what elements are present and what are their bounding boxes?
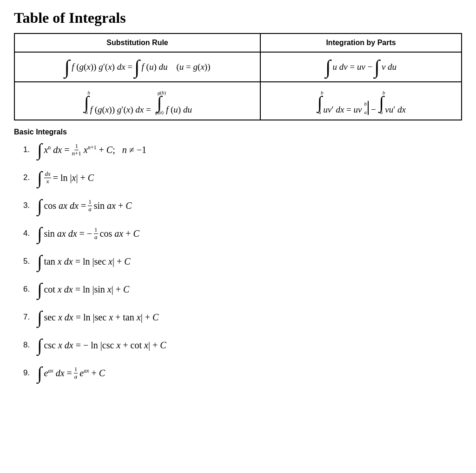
list-item-5: 5. ∫ tan x dx = ln |sec x| + C (23, 253, 462, 270)
integral-1: ∫ (37, 141, 42, 159)
integral-sign-3: ∫ (325, 57, 331, 77)
integral-4: ∫ (37, 225, 42, 242)
col2-header: Integration by Parts (260, 33, 462, 52)
integral-list: 1. ∫ xn dx = 1 n+1 xn+1 + C; n ≠ −1 2. ∫… (14, 141, 462, 382)
integral-sign-5: ∫ (84, 93, 89, 111)
col1-header: Substitution Rule (14, 33, 260, 52)
table-row2-col2: b ∫ a uv′ dx = uv b a − b ∫ a (260, 82, 462, 120)
integral-5: ∫ (37, 253, 42, 270)
integral-7: ∫ (37, 308, 42, 326)
integral-sign-4: ∫ (374, 57, 380, 77)
list-item-8: 8. ∫ csc x dx = − ln |csc x + cot x| + C (23, 336, 462, 354)
list-item-7: 7. ∫ sec x dx = ln |sec x + tan x| + C (23, 308, 462, 326)
table-row1-col2: ∫ u dv = uv − ∫ v du (260, 52, 462, 82)
list-item-6: 6. ∫ cot x dx = ln |sin x| + C (23, 280, 462, 298)
basic-integrals-title: Basic Integrals (14, 128, 462, 136)
integral-3: ∫ (37, 197, 42, 214)
list-item-9: 9. ∫ eax dx = 1 a eax + C (23, 364, 462, 382)
list-item-1: 1. ∫ xn dx = 1 n+1 xn+1 + C; n ≠ −1 (23, 141, 462, 159)
integral-9: ∫ (37, 364, 42, 382)
integral-2: ∫ (37, 169, 42, 187)
integral-sign-7: ∫ (317, 93, 322, 111)
integral-sign-2: ∫ (134, 57, 140, 77)
table-row2-col1: b ∫ a f (g(x)) g′(x) dx = g(b) ∫ g(a) f … (14, 82, 260, 120)
integral-sign-1: ∫ (65, 57, 70, 77)
integral-6: ∫ (37, 280, 42, 298)
list-item-4: 4. ∫ sin ax dx = − 1 a cos ax + C (23, 225, 462, 242)
integrals-table: Substitution Rule Integration by Parts ∫… (14, 33, 462, 120)
list-item-2: 2. ∫ dx x = ln |x| + C (23, 169, 462, 187)
integral-sign-8: ∫ (379, 93, 383, 111)
integral-8: ∫ (37, 336, 42, 354)
list-item-3: 3. ∫ cos ax dx = 1 a sin ax + C (23, 197, 462, 214)
integral-sign-6: ∫ (157, 93, 162, 111)
table-row1-col1: ∫ f (g(x)) g′(x) dx = ∫ f (u) du (u = g(… (14, 52, 260, 82)
page-title: Table of Integrals (14, 9, 462, 27)
